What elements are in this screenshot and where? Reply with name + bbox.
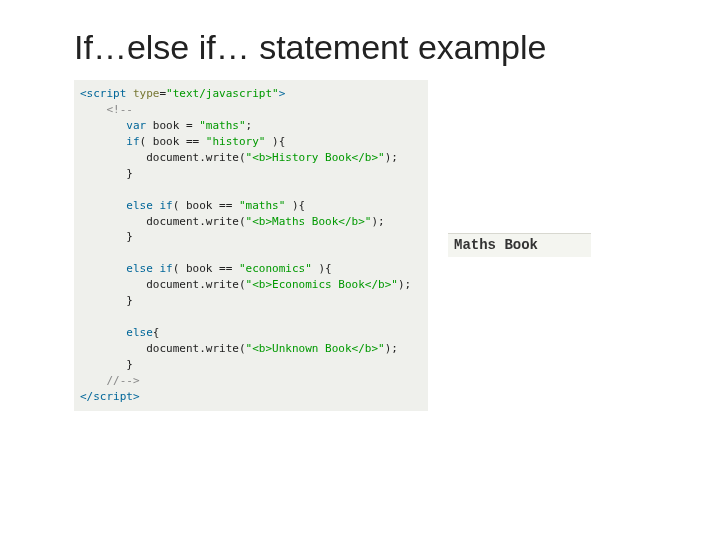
slide: If…else if… statement example <script ty… xyxy=(0,0,720,540)
code-example-box: <script type="text/javascript"> <!-- var… xyxy=(74,80,428,411)
slide-title: If…else if… statement example xyxy=(74,28,546,67)
output-box: Maths Book xyxy=(448,233,591,257)
output-text: Maths Book xyxy=(454,237,538,253)
code-listing: <script type="text/javascript"> <!-- var… xyxy=(80,86,422,405)
